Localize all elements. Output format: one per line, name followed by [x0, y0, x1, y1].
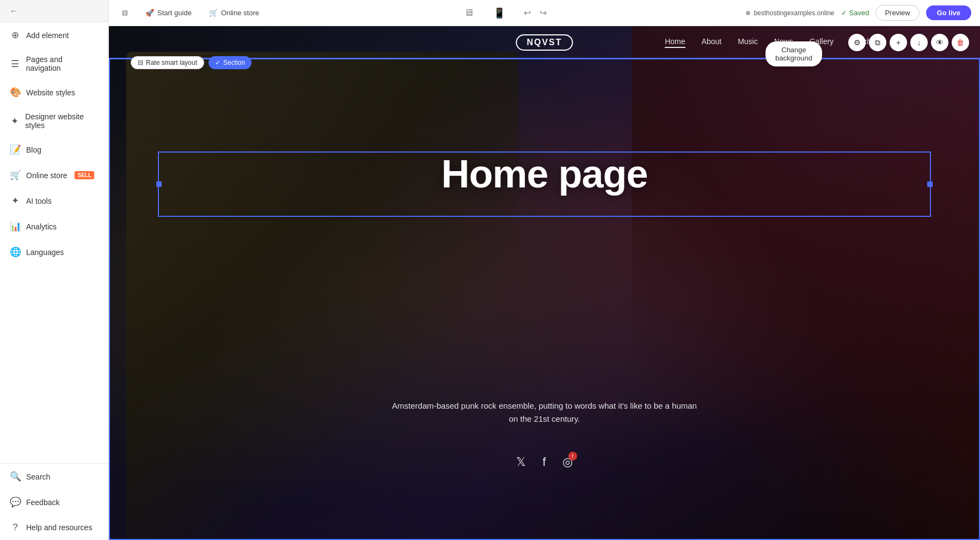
back-icon: ← [10, 7, 17, 15]
subtitle-line2: on the 21st century. [509, 414, 580, 423]
redo-button[interactable]: ↪ [536, 7, 550, 19]
canvas-area: NQVST HomeAboutMusicNewsGalleryMerch Cha… [109, 26, 980, 540]
sidebar-item-ai-tools[interactable]: ✦ AI tools [0, 188, 108, 214]
delete-icon[interactable]: 🗑 [952, 34, 969, 51]
saved-badge: ✓ Saved [841, 9, 869, 17]
desktop-device-button[interactable]: 🖥 [460, 5, 478, 21]
page-hero-title[interactable]: Home page [109, 151, 980, 196]
languages-icon: 🌐 [10, 246, 21, 258]
eye-icon[interactable]: 👁 [931, 34, 948, 51]
move-down-icon[interactable]: ↓ [910, 34, 928, 51]
online-store-label: Online store [26, 171, 67, 180]
topbar: ⊟ 🚀 Start guide 🛒 Online store 🖥 📱 ↩ ↪ b… [109, 0, 980, 26]
sidebar-item-add-element[interactable]: ⊕ Add element [0, 22, 108, 48]
sidebar-item-blog[interactable]: 📝 Blog [0, 137, 108, 162]
online-store-icon: 🛒 [10, 169, 21, 181]
sidebar-item-feedback[interactable]: 💬 Feedback [0, 489, 108, 515]
rate-smart-layout-badge[interactable]: ⊟ Rate smart layout [131, 56, 204, 69]
sidebar-item-search[interactable]: 🔍 Search [0, 464, 108, 489]
sidebar-item-designer-styles[interactable]: ✦ Designer website styles [0, 105, 108, 137]
section-badge[interactable]: ✓ Section [209, 56, 252, 69]
online-store-label: Online store [221, 9, 259, 17]
nav-link-about[interactable]: About [702, 37, 722, 48]
layout-icon: ⊟ [122, 9, 128, 17]
sidebar-item-online-store[interactable]: 🛒 Online store SELL [0, 162, 108, 188]
designer-styles-icon: ✦ [10, 116, 20, 127]
feedback-icon: 💬 [10, 496, 21, 508]
ai-tools-label: AI tools [26, 197, 52, 205]
analytics-label: Analytics [26, 222, 57, 231]
copy-icon[interactable]: ⧉ [869, 34, 886, 51]
subtitle-line1: Amsterdam-based punk rock ensemble, putt… [392, 401, 697, 410]
social-icon-twitter[interactable]: 𝕏 [516, 455, 526, 469]
blog-label: Blog [26, 145, 41, 154]
ai-tools-icon: ✦ [10, 195, 21, 207]
start-guide-icon: 🚀 [145, 9, 154, 17]
rate-label: Rate smart layout [146, 59, 197, 66]
settings-icon[interactable]: ⚙ [848, 34, 866, 51]
blog-icon: 📝 [10, 144, 21, 155]
sidebar-item-pages-navigation[interactable]: ☰ Pages and navigation [0, 48, 108, 80]
preview-button[interactable]: Preview [875, 5, 919, 21]
website-styles-label: Website styles [26, 88, 75, 97]
analytics-icon: 📊 [10, 221, 21, 232]
badge-row: ⊟ Rate smart layout ✓ Section [131, 56, 252, 69]
social-icon-facebook[interactable]: f [542, 455, 546, 469]
social-icons: 𝕏f◎! [109, 455, 980, 469]
undo-button[interactable]: ↩ [520, 7, 534, 19]
search-label: Search [26, 472, 50, 481]
help-resources-label: Help and resources [26, 523, 92, 532]
help-resources-icon: ? [10, 522, 21, 533]
saved-check-icon: ✓ [841, 9, 847, 17]
search-icon: 🔍 [10, 471, 21, 482]
website-styles-icon: 🎨 [10, 87, 21, 98]
pages-navigation-label: Pages and navigation [26, 55, 99, 72]
rate-icon: ⊟ [138, 59, 143, 66]
instagram-notification-badge: ! [568, 452, 577, 460]
toolbar-icons: ⚙⧉+↓👁🗑 [848, 34, 969, 51]
social-icon-instagram[interactable]: ◎! [562, 455, 573, 469]
domain-text: besthostingexamples.online [754, 9, 834, 17]
section-label: Section [223, 59, 245, 66]
add-element-icon: ⊕ [10, 29, 21, 41]
sidebar-item-languages[interactable]: 🌐 Languages [0, 239, 108, 265]
online-store-button[interactable]: 🛒 Online store [205, 7, 264, 19]
section-check-icon: ✓ [215, 59, 220, 66]
add-icon[interactable]: + [890, 34, 907, 51]
site-logo: NQVST [516, 34, 573, 51]
undo-redo-group: ↩ ↪ [520, 7, 550, 19]
layout-toggle-button[interactable]: ⊟ [118, 7, 132, 19]
sidebar-item-website-styles[interactable]: 🎨 Website styles [0, 80, 108, 105]
start-guide-label: Start guide [157, 9, 192, 17]
add-element-label: Add element [26, 31, 69, 40]
page-hero-subtitle: Amsterdam-based punk rock ensemble, putt… [109, 399, 980, 426]
pages-navigation-icon: ☰ [10, 58, 21, 70]
sidebar-back-button[interactable]: ← [0, 0, 108, 22]
feedback-label: Feedback [26, 498, 59, 507]
online-store-icon: 🛒 [209, 9, 218, 17]
online-store-badge: SELL [75, 171, 94, 179]
start-guide-button[interactable]: 🚀 Start guide [141, 7, 196, 19]
go-live-button[interactable]: Go live [926, 5, 971, 20]
nav-link-home[interactable]: Home [665, 37, 685, 48]
designer-styles-label: Designer website styles [25, 112, 99, 130]
languages-label: Languages [26, 248, 64, 257]
website-preview: NQVST HomeAboutMusicNewsGalleryMerch Cha… [109, 26, 980, 540]
change-background-button[interactable]: Change background [765, 41, 822, 66]
mobile-device-button[interactable]: 📱 [489, 5, 510, 21]
sidebar: ← ⊕ Add element ☰ Pages and navigation 🎨… [0, 0, 109, 540]
domain-indicator: besthostingexamples.online [746, 9, 834, 17]
sidebar-item-analytics[interactable]: 📊 Analytics [0, 214, 108, 239]
saved-label: Saved [849, 9, 869, 17]
nav-link-music[interactable]: Music [738, 37, 758, 48]
domain-status-dot [746, 11, 750, 15]
sidebar-item-help-resources[interactable]: ? Help and resources [0, 515, 108, 540]
